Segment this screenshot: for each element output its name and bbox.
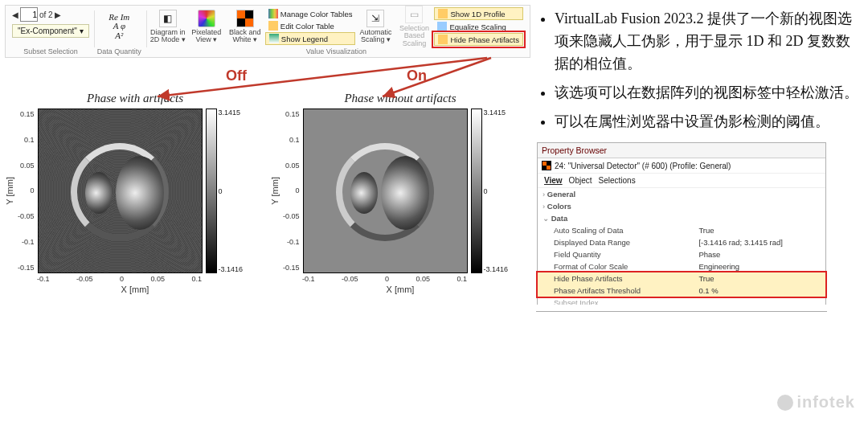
- group-subset: ◀ of 2 ▶ "Ex-Component"▾ Subset Selectio…: [9, 7, 92, 57]
- watermark: infotek: [777, 393, 855, 412]
- property-browser-window: Property Browser 24: "Universal Detector…: [537, 142, 826, 309]
- propwin-tabs: View Object Selections: [538, 174, 825, 188]
- colorbar: [206, 109, 217, 273]
- subset-field[interactable]: "Ex-Component"▾: [12, 24, 89, 38]
- plot-with-artifacts: Phase with artifacts Y [mm] 0.150.10.050…: [5, 92, 265, 294]
- label-on: On: [407, 68, 427, 84]
- sec-general[interactable]: General: [538, 188, 825, 200]
- tab-selections[interactable]: Selections: [599, 176, 636, 185]
- plots-row: Phase with artifacts Y [mm] 0.150.10.050…: [5, 92, 530, 294]
- tab-object[interactable]: Object: [569, 176, 592, 185]
- equalize-icon: [437, 22, 447, 31]
- left-panel: ◀ of 2 ▶ "Ex-Component"▾ Subset Selectio…: [5, 5, 530, 309]
- group-value-viz: ◧ Diagram in 2D Mode ▾ Pixelated View ▾ …: [146, 7, 526, 57]
- bullet-1: VirtualLab Fusion 2023.2 提供了一个新的视图选项来隐藏人…: [555, 8, 863, 76]
- autoscale-icon: ⇲: [366, 10, 384, 27]
- right-panel: VirtualLab Fusion 2023.2 提供了一个新的视图选项来隐藏人…: [537, 5, 863, 309]
- row-hide-phase-artifacts[interactable]: Hide Phase ArtifactsTrue: [538, 272, 825, 285]
- y-axis-ticks: 0.150.10.050-0.05-0.1-0.15: [18, 109, 35, 273]
- pixelated-view-button[interactable]: Pixelated View ▾: [188, 10, 225, 44]
- label-off: Off: [226, 68, 247, 84]
- propwin-subtitle: 24: "Universal Detector" (# 600) (Profil…: [538, 158, 825, 174]
- palette-icon: [198, 10, 215, 27]
- next-icon[interactable]: ▶: [55, 10, 61, 19]
- show-1d-profile[interactable]: Show 1D Profile: [434, 7, 523, 20]
- legend-icon: [269, 34, 279, 43]
- page-total: of 2: [39, 10, 53, 19]
- bullet-3: 可以在属性浏览器中设置伪影检测的阈值。: [555, 111, 863, 133]
- sec-data[interactable]: Data: [538, 212, 825, 224]
- bullet-list: VirtualLab Fusion 2023.2 提供了一个新的视图选项来隐藏人…: [537, 8, 863, 133]
- plot-without-artifacts: Phase without artifacts Y [mm] 0.150.10.…: [270, 92, 530, 294]
- plot-image-right: [303, 109, 468, 273]
- palette2-icon: [268, 9, 278, 18]
- watermark-icon: [777, 395, 793, 411]
- group-data-quantity: Re Im A φ A² Data Quantity: [94, 7, 145, 57]
- pencil-icon: [268, 21, 278, 31]
- subset-page-spinner[interactable]: ◀ of 2 ▶: [12, 7, 61, 22]
- diagram-icon: ◧: [159, 10, 177, 27]
- subset-page-input[interactable]: [20, 7, 38, 22]
- subset-caption: Subset Selection: [23, 46, 78, 57]
- bw-icon: [236, 10, 254, 27]
- diagram-2d-button[interactable]: ◧ Diagram in 2D Mode ▾: [149, 10, 186, 44]
- profile-icon: [438, 9, 448, 18]
- selection-icon: ▭: [405, 6, 423, 23]
- prev-icon[interactable]: ◀: [12, 10, 18, 19]
- tab-view[interactable]: View: [544, 176, 563, 185]
- manage-color-tables[interactable]: Manage Color Tables: [265, 8, 356, 19]
- edit-color-table[interactable]: Edit Color Table: [265, 20, 356, 31]
- bullet-2: 该选项可以在数据阵列的视图标签中轻松激活。: [555, 82, 863, 104]
- ribbon-toolbar: ◀ of 2 ▶ "Ex-Component"▾ Subset Selectio…: [5, 5, 530, 58]
- hide-artifacts-icon: [438, 35, 448, 44]
- show-legend[interactable]: Show Legend: [265, 32, 356, 45]
- row-phase-threshold[interactable]: Phase Artifacts Threshold0.1 %: [538, 285, 825, 297]
- black-white-button[interactable]: Black and White ▾: [227, 10, 264, 44]
- equalize-scaling[interactable]: Equalize Scaling: [434, 21, 523, 32]
- hide-phase-artifacts[interactable]: Hide Phase Artifacts: [434, 33, 523, 46]
- automatic-scaling-button[interactable]: ⇲ Automatic Scaling ▾: [357, 10, 394, 44]
- annotation-arrows: Off On: [5, 58, 530, 90]
- propwin-title: Property Browser: [538, 143, 825, 158]
- detector-icon: [542, 161, 551, 170]
- plot-image-left: [38, 109, 203, 273]
- selection-scaling-button[interactable]: ▭ Selection Based Scaling: [395, 6, 432, 47]
- torn-edge: [536, 305, 827, 311]
- sec-colors[interactable]: Colors: [538, 200, 825, 212]
- colorbar: [471, 109, 482, 273]
